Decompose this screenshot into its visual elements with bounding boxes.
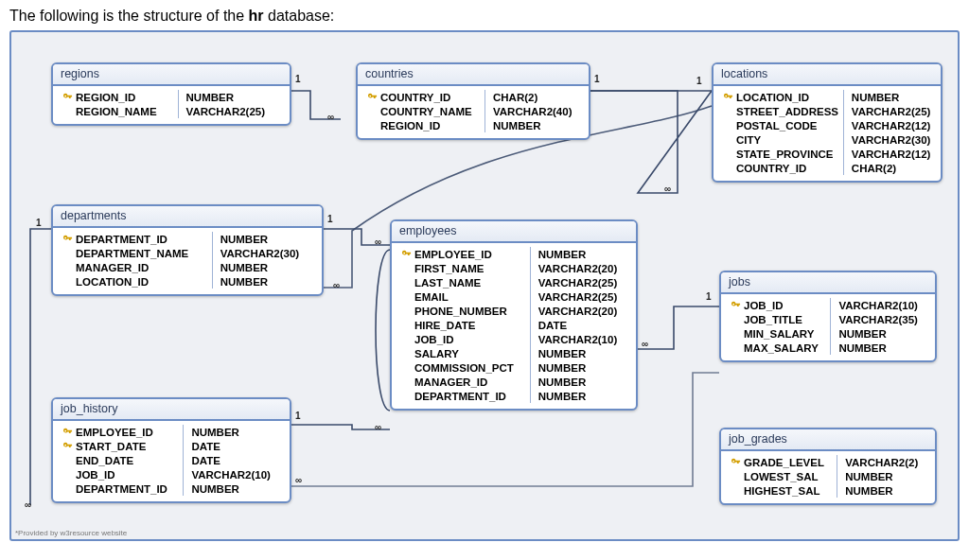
column-row: MANAGER_IDNUMBER: [397, 375, 630, 389]
entity-title: job_history: [53, 399, 290, 421]
column-type: VARCHAR2(25): [178, 104, 284, 118]
entity-columns: DEPARTMENT_IDNUMBERDEPARTMENT_NAMEVARCHA…: [59, 232, 316, 289]
card-locations-many: ∞: [664, 184, 671, 194]
column-name: EMPLOYEE_ID: [59, 425, 184, 439]
column-name: COMMISSION_PCT: [397, 360, 530, 375]
column-row: EMPLOYEE_IDNUMBER: [397, 247, 630, 261]
column-name: REGION_ID: [59, 90, 178, 104]
primary-key-icon: [731, 457, 741, 467]
card-jobhistory-many: ∞: [25, 499, 31, 510]
column-row: LOCATION_IDNUMBER: [59, 274, 316, 289]
column-row: DEPARTMENT_IDNUMBER: [397, 389, 630, 403]
column-type: NUMBER: [530, 247, 630, 261]
entity-departments: departments DEPARTMENT_IDNUMBERDEPARTMEN…: [51, 204, 324, 296]
column-type: VARCHAR2(40): [485, 104, 584, 118]
column-row: MAX_SALARYNUMBER: [727, 341, 929, 355]
column-type: NUMBER: [831, 341, 929, 355]
column-name: REGION_ID: [363, 118, 485, 132]
column-row: COUNTRY_IDCHAR(2): [363, 90, 583, 104]
column-type: NUMBER: [837, 483, 929, 498]
column-type: CHAR(2): [843, 161, 935, 175]
column-type: VARCHAR2(35): [831, 312, 929, 326]
column-row: JOB_IDVARCHAR2(10): [727, 298, 929, 312]
card-jobhistory-one: 1: [295, 411, 301, 421]
column-name: EMAIL: [397, 289, 530, 304]
column-row: END_DATEDATE: [59, 453, 284, 467]
column-type: DATE: [184, 439, 284, 453]
column-row: COUNTRY_NAMEVARCHAR2(40): [363, 104, 583, 118]
page-heading: The following is the structure of the hr…: [9, 8, 960, 25]
primary-key-icon: [62, 427, 73, 437]
column-type: NUMBER: [485, 118, 584, 132]
primary-key-icon: [62, 92, 73, 102]
column-type: VARCHAR2(10): [831, 298, 929, 312]
column-row: GRADE_LEVELVARCHAR2(2): [727, 455, 929, 469]
heading-prefix: The following is the structure of the: [9, 8, 249, 24]
er-diagram-canvas: 1 ∞ 1 1 ∞ 1 ∞ ∞ ∞ 1 1 ∞ ∞ 1 ∞ regions RE…: [9, 30, 960, 541]
entity-title: employees: [392, 221, 636, 243]
column-name: LOCATION_ID: [59, 274, 212, 289]
column-name: MANAGER_ID: [59, 260, 212, 274]
column-name: MIN_SALARY: [727, 326, 831, 341]
column-name: JOB_ID: [727, 298, 831, 312]
column-name: DEPARTMENT_ID: [59, 232, 212, 246]
column-name: SALARY: [397, 346, 530, 360]
entity-jobs: jobs JOB_IDVARCHAR2(10)JOB_TITLEVARCHAR2…: [719, 271, 937, 362]
primary-key-icon: [723, 92, 733, 102]
entity-title: job_grades: [721, 429, 935, 451]
entity-locations: locations LOCATION_IDNUMBERSTREET_ADDRES…: [712, 62, 943, 183]
column-type: NUMBER: [212, 232, 316, 246]
column-row: PHONE_NUMBERVARCHAR2(20): [397, 304, 630, 318]
column-name: DEPARTMENT_ID: [397, 389, 530, 403]
column-name: JOB_ID: [59, 467, 184, 481]
primary-key-icon: [731, 300, 741, 310]
column-name: PHONE_NUMBER: [397, 304, 530, 318]
column-row: REGION_IDNUMBER: [363, 118, 583, 132]
column-type: VARCHAR2(20): [530, 304, 630, 318]
column-row: COUNTRY_IDCHAR(2): [719, 161, 935, 175]
card-regions-one: 1: [295, 74, 301, 84]
column-row: HIGHEST_SALNUMBER: [727, 483, 929, 498]
column-type: VARCHAR2(30): [843, 132, 935, 147]
column-type: NUMBER: [837, 469, 929, 483]
column-name: POSTAL_CODE: [719, 118, 843, 132]
column-name: JOB_ID: [397, 332, 530, 346]
card-departments-many: ∞: [333, 280, 340, 290]
entity-countries: countries COUNTRY_IDCHAR(2)COUNTRY_NAMEV…: [356, 62, 590, 140]
entity-columns: LOCATION_IDNUMBERSTREET_ADDRESSVARCHAR2(…: [719, 90, 935, 175]
diagram-footnote: *Provided by w3resource website: [15, 529, 127, 537]
column-name: HIRE_DATE: [397, 318, 530, 332]
column-name: DEPARTMENT_NAME: [59, 246, 212, 260]
column-type: VARCHAR2(12): [843, 147, 935, 161]
card-employees-many2: ∞: [642, 339, 648, 349]
entity-job-grades: job_grades GRADE_LEVELVARCHAR2(2)LOWEST_…: [719, 428, 937, 505]
column-name: DEPARTMENT_ID: [59, 481, 184, 496]
column-type: VARCHAR2(25): [843, 104, 935, 118]
column-row: REGION_NAMEVARCHAR2(25): [59, 104, 284, 118]
entity-job-history: job_history EMPLOYEE_IDNUMBERSTART_DATED…: [51, 397, 291, 503]
column-name: GRADE_LEVEL: [727, 455, 837, 469]
column-name: EMPLOYEE_ID: [397, 247, 530, 261]
card-jobhistory-many2: ∞: [295, 475, 302, 485]
column-type: NUMBER: [178, 90, 284, 104]
column-name: COUNTRY_ID: [363, 90, 485, 104]
column-row: COMMISSION_PCTNUMBER: [397, 360, 630, 375]
card-countries-many: ∞: [327, 112, 334, 122]
entity-columns: REGION_IDNUMBERREGION_NAMEVARCHAR2(25): [59, 90, 284, 118]
column-name: REGION_NAME: [59, 104, 178, 118]
entity-columns: EMPLOYEE_IDNUMBERSTART_DATEDATEEND_DATED…: [59, 425, 284, 496]
column-type: VARCHAR2(10): [184, 467, 284, 481]
entity-columns: EMPLOYEE_IDNUMBERFIRST_NAMEVARCHAR2(20)L…: [397, 247, 630, 403]
card-employees-many3: ∞: [375, 422, 381, 432]
column-type: VARCHAR2(20): [530, 261, 630, 275]
column-row: LOCATION_IDNUMBER: [719, 90, 935, 104]
column-row: JOB_TITLEVARCHAR2(35): [727, 312, 929, 326]
column-type: VARCHAR2(10): [530, 332, 630, 346]
column-type: CHAR(2): [485, 90, 584, 104]
column-row: DEPARTMENT_NAMEVARCHAR2(30): [59, 246, 316, 260]
entity-columns: GRADE_LEVELVARCHAR2(2)LOWEST_SALNUMBERHI…: [727, 455, 929, 498]
card-departments-one2: 1: [36, 218, 42, 228]
column-row: DEPARTMENT_IDNUMBER: [59, 232, 316, 246]
column-name: FIRST_NAME: [397, 261, 530, 275]
column-name: LOCATION_ID: [719, 90, 843, 104]
